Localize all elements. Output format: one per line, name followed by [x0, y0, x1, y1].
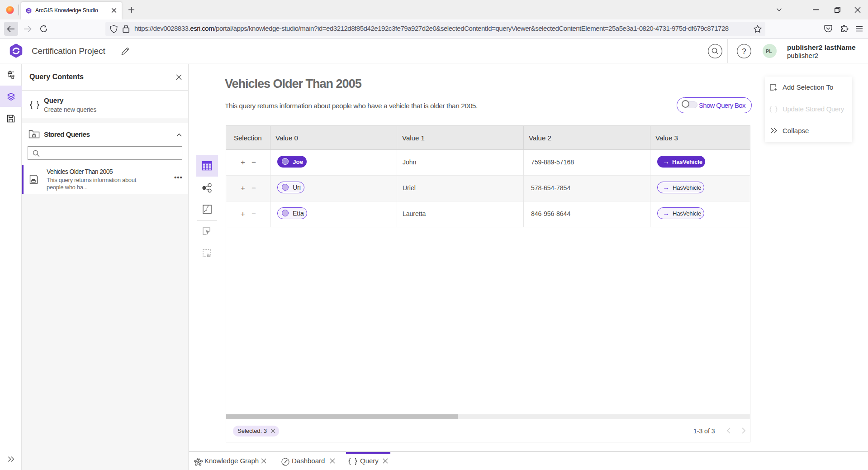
svg-text:?: ? [742, 47, 746, 56]
